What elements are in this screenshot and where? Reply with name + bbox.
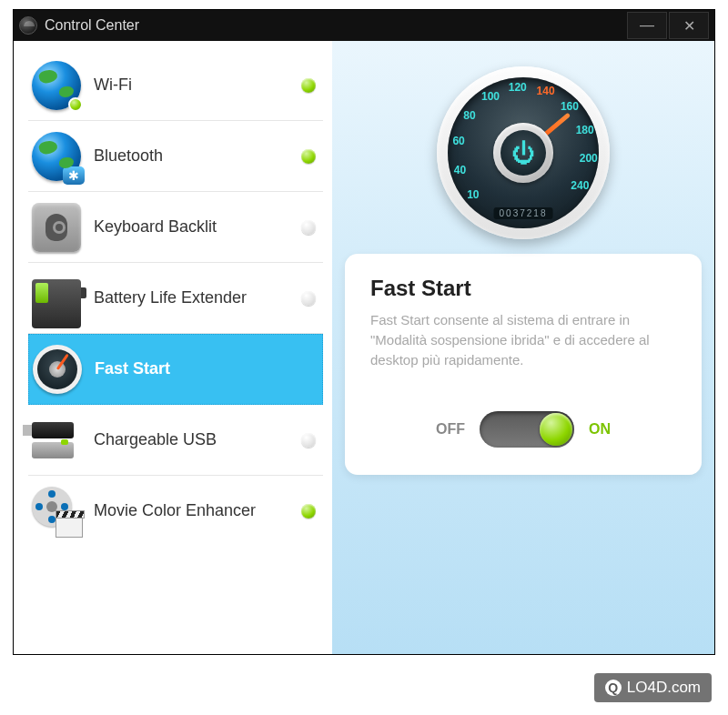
detail-description: Fast Start consente al sistema di entrar…: [370, 310, 676, 369]
gauge-tick: 80: [463, 109, 475, 122]
detail-pane: 10 40 60 80 100 120 140 160 180 200 240 …: [332, 41, 714, 654]
toggle-off-label: OFF: [436, 421, 465, 438]
detail-title: Fast Start: [370, 276, 676, 301]
toggle-on-label: ON: [589, 421, 611, 438]
gauge-tick: 100: [481, 90, 500, 103]
keyboard-backlit-icon: [32, 203, 81, 252]
bluetooth-icon: [32, 132, 81, 181]
watermark: Q LO4D.com: [594, 673, 712, 702]
fast-start-toggle[interactable]: [480, 411, 574, 448]
gauge-hero: 10 40 60 80 100 120 140 160 180 200 240 …: [437, 66, 610, 239]
status-dot: [301, 291, 316, 306]
gauge-tick: 240: [571, 179, 589, 192]
wifi-icon: [32, 61, 81, 110]
gauge-tick: 120: [509, 81, 527, 94]
sidebar-item-chargeable-usb[interactable]: Chargeable USB: [28, 405, 323, 476]
power-icon: ⏻: [500, 130, 546, 176]
gauge-odometer: 0037218: [494, 207, 553, 219]
gauge-icon: [33, 345, 82, 394]
gauge-tick: 200: [580, 152, 598, 165]
sidebar-item-label: Movie Color Enhancer: [94, 501, 256, 521]
gauge-power-button[interactable]: ⏻: [493, 123, 553, 183]
toggle-knob: [540, 413, 572, 446]
gauge-tick: 40: [454, 164, 466, 176]
status-dot: [301, 220, 316, 235]
gauge-tick: 180: [576, 124, 594, 136]
app-window: Control Center Wi-Fi Bluetooth Keyboard …: [13, 9, 715, 655]
gauge-tick: 160: [561, 100, 579, 113]
battery-icon: [32, 279, 81, 328]
sidebar-item-label: Fast Start: [95, 359, 170, 379]
detail-card: Fast Start Fast Start consente al sistem…: [345, 254, 702, 475]
usb-icon: [32, 416, 81, 465]
sidebar-item-label: Keyboard Backlit: [94, 217, 217, 237]
movie-icon: [32, 487, 81, 536]
sidebar-item-label: Wi-Fi: [94, 76, 132, 96]
titlebar: Control Center: [14, 10, 714, 41]
sidebar-item-battery-life-extender[interactable]: Battery Life Extender: [28, 263, 323, 334]
gauge-tick: 60: [452, 135, 464, 147]
sidebar-item-bluetooth[interactable]: Bluetooth: [28, 121, 323, 192]
window-body: Wi-Fi Bluetooth Keyboard Backlit Battery…: [14, 41, 714, 654]
gauge-tick: 10: [467, 188, 479, 201]
watermark-icon: Q: [605, 680, 622, 696]
gauge-tick: 140: [537, 85, 555, 97]
sidebar: Wi-Fi Bluetooth Keyboard Backlit Battery…: [14, 41, 332, 654]
toggle-row: OFF ON: [370, 411, 676, 448]
status-dot: [301, 149, 316, 164]
window-title: Control Center: [45, 17, 139, 34]
sidebar-item-movie-color-enhancer[interactable]: Movie Color Enhancer: [28, 476, 323, 547]
watermark-text: LO4D.com: [627, 679, 701, 697]
sidebar-item-label: Bluetooth: [94, 146, 163, 166]
app-icon: [19, 16, 37, 35]
sidebar-item-fast-start[interactable]: Fast Start: [28, 334, 323, 405]
close-button[interactable]: [669, 12, 709, 39]
status-dot: [301, 504, 316, 519]
sidebar-item-label: Chargeable USB: [94, 430, 217, 450]
sidebar-item-keyboard-backlit[interactable]: Keyboard Backlit: [28, 192, 323, 263]
status-dot: [301, 433, 316, 448]
status-dot: [301, 78, 316, 93]
sidebar-item-wifi[interactable]: Wi-Fi: [28, 50, 323, 121]
sidebar-item-label: Battery Life Extender: [94, 288, 247, 308]
minimize-button[interactable]: [627, 12, 667, 39]
